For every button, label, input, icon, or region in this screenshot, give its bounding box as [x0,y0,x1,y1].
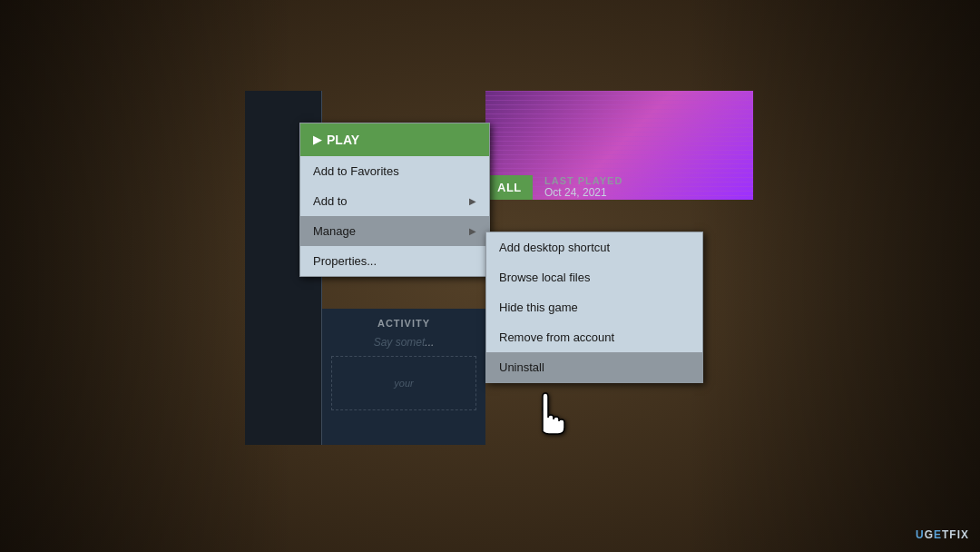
properties-label: Properties... [313,254,377,268]
manage-arrow-icon: ▶ [469,226,476,236]
add-to-label: Add to [313,194,348,208]
watermark-bracket-close: E [934,528,942,541]
manage-label: Manage [313,224,356,238]
menu-item-add-to[interactable]: Add to ▶ [300,186,489,216]
last-played-date: Oct 24, 2021 [544,186,622,199]
last-played-label: LAST PLAYED [544,175,622,186]
play-label: PLAY [327,133,359,147]
add-favorites-label: Add to Favorites [313,164,399,178]
sub-menu-item-hide[interactable]: Hide this game [486,292,702,322]
sub-menu-item-uninstall[interactable]: Uninstall [486,352,702,382]
watermark-bracket-open: U [916,528,925,541]
activity-input: Say somet... [331,336,476,349]
menu-item-manage[interactable]: Manage ▶ [300,216,489,246]
activity-dashed-area: your [331,356,476,410]
sub-menu-item-desktop[interactable]: Add desktop shortcut [486,232,702,262]
watermark: UGETFIX [916,528,969,541]
activity-section: ACTIVITY Say somet... your [322,309,485,445]
menu-item-play[interactable]: ▶ PLAY [300,123,489,156]
activity-label: ACTIVITY [331,318,476,329]
menu-item-properties[interactable]: Properties... [300,246,489,276]
sub-menu-item-remove[interactable]: Remove from account [486,322,702,352]
uninstall-label: Uninstall [499,360,544,374]
menu-item-add-favorites[interactable]: Add to Favorites [300,156,489,186]
watermark-middle: G [925,528,934,541]
browse-local-label: Browse local files [499,271,590,284]
context-menu-main: ▶ PLAY Add to Favorites Add to ▶ Manage … [299,123,490,277]
activity-suffix: your [394,378,413,389]
context-menu-sub: Add desktop shortcut Browse local files … [485,232,703,383]
play-triangle-icon: ▶ [313,133,321,146]
add-to-arrow-icon: ▶ [469,196,476,206]
watermark-suffix: TFIX [942,528,969,541]
hide-game-label: Hide this game [499,301,578,314]
install-button[interactable]: ALL [486,175,533,200]
remove-account-label: Remove from account [499,330,614,344]
sub-menu-item-browse[interactable]: Browse local files [486,262,702,292]
last-played-section: LAST PLAYED Oct 24, 2021 [544,175,622,199]
desktop-shortcut-label: Add desktop shortcut [499,241,610,254]
